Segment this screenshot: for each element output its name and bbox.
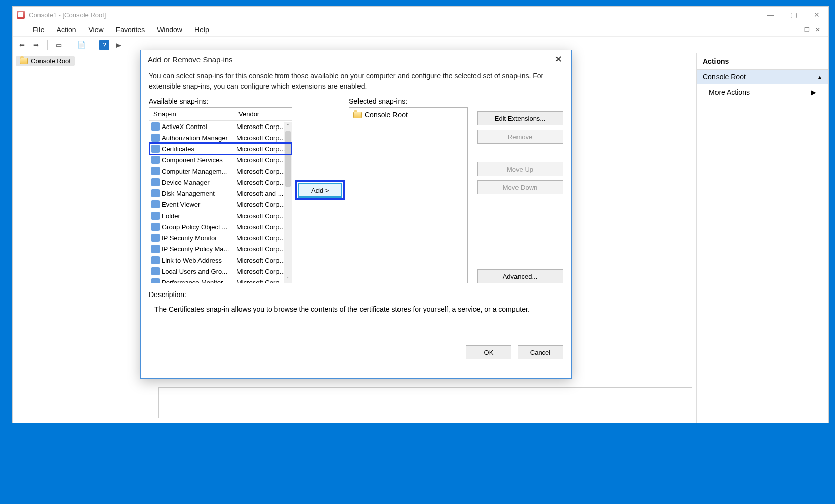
edit-extensions-button[interactable]: Edit Extensions... [477, 111, 563, 125]
folder-icon [20, 58, 28, 64]
snapin-name: IP Security Policy Ma... [162, 245, 236, 253]
snapin-icon [151, 245, 160, 253]
remove-label: Remove [508, 133, 532, 141]
edit-extensions-label: Edit Extensions... [495, 115, 545, 122]
selected-snapins-list[interactable]: Console Root [349, 107, 468, 283]
snapin-icon [151, 267, 160, 275]
tree-pane: Console Root [13, 53, 154, 423]
maximize-button[interactable]: ▢ [782, 7, 805, 23]
menu-favorites[interactable]: Favorites [116, 26, 145, 34]
snapin-name: Device Manager [162, 179, 236, 186]
close-button[interactable]: ✕ [805, 7, 828, 23]
snapin-row[interactable]: IP Security MonitorMicrosoft Corp... [149, 232, 292, 243]
snapin-row[interactable]: Event ViewerMicrosoft Corp... [149, 199, 292, 210]
selected-column-wrap: Selected snap-ins: Console Root Edit Ext… [349, 97, 563, 283]
snapin-row[interactable]: Component ServicesMicrosoft Corp... [149, 154, 292, 165]
remove-button[interactable]: Remove [477, 130, 563, 144]
ok-button[interactable]: OK [466, 345, 511, 359]
snapin-row[interactable]: Group Policy Object ...Microsoft Corp... [149, 221, 292, 232]
description-block: Description: The Certificates snap-in al… [149, 290, 563, 337]
snapin-row[interactable]: Authorization ManagerMicrosoft Corp... [149, 132, 292, 143]
advanced-button[interactable]: Advanced... [477, 269, 563, 283]
add-button[interactable]: Add > [299, 184, 341, 197]
actions-group-console-root[interactable]: Console Root ▲ [697, 70, 828, 84]
list-header: Snap-in Vendor [149, 108, 292, 121]
snapin-row[interactable]: Performance MonitorMicrosoft Corp... [149, 277, 292, 283]
snapin-row[interactable]: IP Security Policy Ma...Microsoft Corp..… [149, 243, 292, 255]
description-label: Description: [149, 290, 563, 299]
tree-node-console-root[interactable]: Console Root [16, 56, 75, 66]
snapin-name: Local Users and Gro... [162, 268, 236, 275]
snapin-row[interactable]: Disk ManagementMicrosoft and ... [149, 188, 292, 199]
show-hide-tree-button[interactable]: ▭ [54, 40, 64, 50]
actions-pane: Actions Console Root ▲ More Actions ▶ [697, 53, 828, 423]
forward-button[interactable]: ➡ [31, 40, 41, 50]
snapin-vendor: Microsoft Corp... [236, 145, 292, 153]
dialog-title: Add or Remove Snap-ins [148, 55, 233, 64]
menu-action[interactable]: Action [57, 26, 76, 34]
snapin-name: Group Policy Object ... [162, 223, 236, 231]
add-remove-snapins-dialog: Add or Remove Snap-ins ✕ You can select … [140, 50, 572, 379]
menu-window[interactable]: Window [157, 26, 182, 34]
dialog-titlebar: Add or Remove Snap-ins ✕ [141, 50, 571, 68]
snapin-row[interactable]: CertificatesMicrosoft Corp... [149, 143, 292, 154]
col-header-vendor[interactable]: Vendor [234, 108, 292, 120]
menu-help[interactable]: Help [194, 26, 209, 34]
menu-file[interactable]: File [33, 26, 45, 34]
scroll-up-button[interactable]: ˄ [284, 122, 292, 130]
snapin-name: Link to Web Address [162, 257, 236, 264]
snapin-icon [151, 223, 160, 231]
titlebar: Console1 - [Console Root] — ▢ ✕ [13, 7, 828, 23]
toolbar-separator [70, 40, 70, 50]
snapin-icon [151, 156, 160, 164]
actions-item-label: More Actions [709, 88, 750, 96]
available-snapins-list[interactable]: Snap-in Vendor ActiveX ControlMicrosoft … [149, 107, 292, 283]
snapin-name: Event Viewer [162, 201, 236, 208]
mdi-minimize[interactable]: — [791, 26, 800, 33]
snapin-icon [151, 134, 160, 142]
snapin-row[interactable]: Device ManagerMicrosoft Corp... [149, 177, 292, 188]
minimize-button[interactable]: — [759, 7, 782, 23]
back-button[interactable]: ⬅ [17, 40, 27, 50]
help-button[interactable]: ? [99, 40, 109, 50]
move-up-label: Move Up [507, 165, 533, 173]
add-column: Add > [298, 97, 343, 283]
actions-more-actions[interactable]: More Actions ▶ [697, 84, 828, 100]
mdi-restore[interactable]: ❐ [802, 26, 811, 33]
snapin-row[interactable]: Local Users and Gro...Microsoft Corp... [149, 266, 292, 277]
selected-item-console-root[interactable]: Console Root [353, 111, 463, 119]
toolbar-separator [93, 40, 93, 50]
scroll-down-button[interactable]: ˅ [284, 275, 292, 283]
snapin-name: IP Security Monitor [162, 234, 236, 242]
app-icon [17, 11, 25, 19]
cancel-button[interactable]: Cancel [518, 345, 563, 359]
dialog-close-button[interactable]: ✕ [552, 54, 564, 65]
description-text: The Certificates snap-in allows you to b… [154, 305, 530, 313]
export-list-button[interactable]: 📄 [76, 40, 87, 50]
move-up-button[interactable]: Move Up [477, 162, 563, 176]
snapin-name: Component Services [162, 156, 236, 164]
col-header-snapin[interactable]: Snap-in [149, 108, 234, 120]
menu-view[interactable]: View [88, 26, 103, 34]
snapin-row[interactable]: FolderMicrosoft Corp... [149, 210, 292, 221]
toolbar-separator [47, 40, 48, 50]
available-label: Available snap-ins: [149, 97, 292, 105]
snapin-row[interactable]: Computer Managem...Microsoft Corp... [149, 165, 292, 177]
snapin-name: Certificates [162, 145, 236, 153]
move-down-label: Move Down [503, 184, 538, 191]
side-buttons: Edit Extensions... Remove Move Up Move D… [477, 97, 563, 283]
snapin-row[interactable]: ActiveX ControlMicrosoft Corp... [149, 121, 292, 132]
snapin-name: Authorization Manager [162, 134, 236, 142]
scroll-thumb[interactable] [285, 131, 291, 187]
snapin-icon [151, 278, 160, 283]
add-button-highlight: Add > [295, 180, 345, 200]
spacer [477, 198, 563, 265]
description-box: The Certificates snap-in allows you to b… [149, 301, 563, 337]
actions-group-label: Console Root [703, 73, 746, 81]
mdi-close[interactable]: ✕ [813, 26, 822, 33]
action-pane-button[interactable]: ▶ [113, 40, 124, 50]
snapin-row[interactable]: Link to Web AddressMicrosoft Corp... [149, 255, 292, 266]
move-down-button[interactable]: Move Down [477, 180, 563, 194]
selected-column: Selected snap-ins: Console Root [349, 97, 468, 283]
ok-label: OK [484, 349, 494, 356]
